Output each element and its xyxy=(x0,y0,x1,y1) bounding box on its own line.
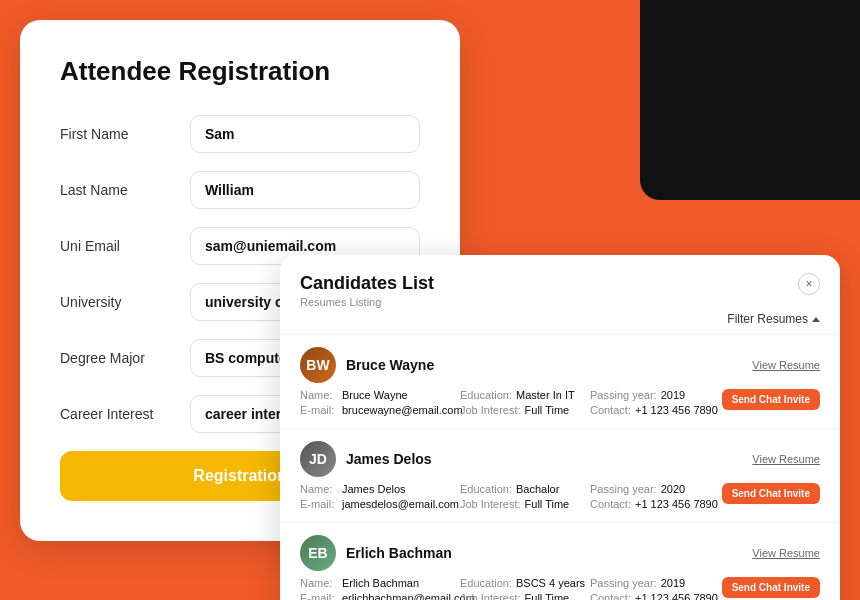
passing-value: 2019 xyxy=(661,577,685,589)
name-value: Bruce Wayne xyxy=(342,389,408,401)
candidate-details: Name: Erlich Bachman E-mail: erlichbachm… xyxy=(300,577,820,600)
form-row-last-name: Last Name xyxy=(60,171,420,209)
candidate-item: JD James Delos View Resume Name: James D… xyxy=(280,428,840,522)
passing-label: Passing year: xyxy=(590,577,657,589)
chevron-up-icon xyxy=(812,317,820,322)
avatar: BW xyxy=(300,347,336,383)
contact-label: Contact: xyxy=(590,404,631,416)
label-university: University xyxy=(60,294,190,310)
detail-email-row: E-mail: erlichbachman@email.com xyxy=(300,592,460,600)
edu-value: Bachalor xyxy=(516,483,559,495)
input-last-name[interactable] xyxy=(190,171,420,209)
black-overlay xyxy=(640,0,860,200)
candidates-container: BW Bruce Wayne View Resume Name: Bruce W… xyxy=(280,334,840,600)
detail-col-action: Send Chat Invite xyxy=(722,389,820,410)
detail-email-row: E-mail: jamesdelos@email.com xyxy=(300,498,460,510)
registration-title: Attendee Registration xyxy=(60,56,420,87)
candidates-list-card: Candidates List Resumes Listing × Filter… xyxy=(280,255,840,600)
candidates-title: Candidates List xyxy=(300,273,434,294)
edu-value: BSCS 4 years xyxy=(516,577,585,589)
view-resume-link[interactable]: View Resume xyxy=(752,547,820,559)
detail-job-row: Job Interest: Full Time xyxy=(460,592,590,600)
send-chat-button[interactable]: Send Chat Invite xyxy=(722,577,820,598)
candidate-top-row: BW Bruce Wayne View Resume xyxy=(300,347,820,383)
detail-name-row: Name: Erlich Bachman xyxy=(300,577,460,589)
detail-col-action: Send Chat Invite xyxy=(722,483,820,504)
job-value: Full Time xyxy=(525,592,570,600)
candidate-top-row: EB Erlich Bachman View Resume xyxy=(300,535,820,571)
detail-job-row: Job Interest: Full Time xyxy=(460,498,590,510)
close-button[interactable]: × xyxy=(798,273,820,295)
candidates-subtitle: Resumes Listing xyxy=(300,296,434,308)
name-value: James Delos xyxy=(342,483,406,495)
view-resume-link[interactable]: View Resume xyxy=(752,453,820,465)
input-first-name[interactable] xyxy=(190,115,420,153)
candidate-name-row: JD James Delos xyxy=(300,441,432,477)
candidate-item: EB Erlich Bachman View Resume Name: Erli… xyxy=(280,522,840,600)
detail-job-row: Job Interest: Full Time xyxy=(460,404,590,416)
label-uni-email: Uni Email xyxy=(60,238,190,254)
job-value: Full Time xyxy=(525,404,570,416)
detail-edu-row: Education: Bachalor xyxy=(460,483,590,495)
view-resume-link[interactable]: View Resume xyxy=(752,359,820,371)
detail-col-edu: Education: Master In IT Job Interest: Fu… xyxy=(460,389,590,416)
detail-col-edu: Education: Bachalor Job Interest: Full T… xyxy=(460,483,590,510)
detail-edu-row: Education: Master In IT xyxy=(460,389,590,401)
detail-passing-row: Passing year: 2019 xyxy=(590,389,720,401)
name-value: Erlich Bachman xyxy=(342,577,419,589)
detail-passing-row: Passing year: 2019 xyxy=(590,577,720,589)
candidates-header: Candidates List Resumes Listing × xyxy=(280,255,840,308)
edu-label: Education: xyxy=(460,389,512,401)
contact-value: +1 123 456 7890 xyxy=(635,498,718,510)
detail-contact-row: Contact: +1 123 456 7890 xyxy=(590,498,720,510)
detail-name-row: Name: Bruce Wayne xyxy=(300,389,460,401)
email-value: jamesdelos@email.com xyxy=(342,498,459,510)
email-label: E-mail: xyxy=(300,592,338,600)
passing-value: 2019 xyxy=(661,389,685,401)
email-value: erlichbachman@email.com xyxy=(342,592,475,600)
label-first-name: First Name xyxy=(60,126,190,142)
edu-value: Master In IT xyxy=(516,389,575,401)
avatar: JD xyxy=(300,441,336,477)
detail-col-passing: Passing year: 2019 Contact: +1 123 456 7… xyxy=(590,577,720,600)
filter-button[interactable]: Filter Resumes xyxy=(727,312,820,326)
candidate-details: Name: James Delos E-mail: jamesdelos@ema… xyxy=(300,483,820,510)
passing-label: Passing year: xyxy=(590,483,657,495)
detail-contact-row: Contact: +1 123 456 7890 xyxy=(590,404,720,416)
form-row-first-name: First Name xyxy=(60,115,420,153)
label-last-name: Last Name xyxy=(60,182,190,198)
candidate-name-row: EB Erlich Bachman xyxy=(300,535,452,571)
contact-label: Contact: xyxy=(590,592,631,600)
detail-edu-row: Education: BSCS 4 years xyxy=(460,577,590,589)
label-degree-major: Degree Major xyxy=(60,350,190,366)
detail-passing-row: Passing year: 2020 xyxy=(590,483,720,495)
job-label: Job Interest: xyxy=(460,498,521,510)
job-label: Job Interest: xyxy=(460,404,521,416)
detail-col-name: Name: Erlich Bachman E-mail: erlichbachm… xyxy=(300,577,460,600)
name-label: Name: xyxy=(300,389,338,401)
detail-col-name: Name: James Delos E-mail: jamesdelos@ema… xyxy=(300,483,460,510)
passing-value: 2020 xyxy=(661,483,685,495)
detail-col-action: Send Chat Invite xyxy=(722,577,820,598)
send-chat-button[interactable]: Send Chat Invite xyxy=(722,389,820,410)
candidate-details: Name: Bruce Wayne E-mail: brucewayne@ema… xyxy=(300,389,820,416)
passing-label: Passing year: xyxy=(590,389,657,401)
candidate-name: Bruce Wayne xyxy=(346,357,434,373)
filter-row: Filter Resumes xyxy=(280,308,840,334)
contact-value: +1 123 456 7890 xyxy=(635,592,718,600)
detail-name-row: Name: James Delos xyxy=(300,483,460,495)
email-label: E-mail: xyxy=(300,404,338,416)
detail-email-row: E-mail: brucewayne@email.com xyxy=(300,404,460,416)
contact-label: Contact: xyxy=(590,498,631,510)
detail-col-edu: Education: BSCS 4 years Job Interest: Fu… xyxy=(460,577,590,600)
name-label: Name: xyxy=(300,577,338,589)
detail-col-passing: Passing year: 2020 Contact: +1 123 456 7… xyxy=(590,483,720,510)
label-career-interest: Career Interest xyxy=(60,406,190,422)
detail-contact-row: Contact: +1 123 456 7890 xyxy=(590,592,720,600)
send-chat-button[interactable]: Send Chat Invite xyxy=(722,483,820,504)
edu-label: Education: xyxy=(460,483,512,495)
job-label: Job Interest: xyxy=(460,592,521,600)
candidate-name: Erlich Bachman xyxy=(346,545,452,561)
filter-label: Filter Resumes xyxy=(727,312,808,326)
edu-label: Education: xyxy=(460,577,512,589)
